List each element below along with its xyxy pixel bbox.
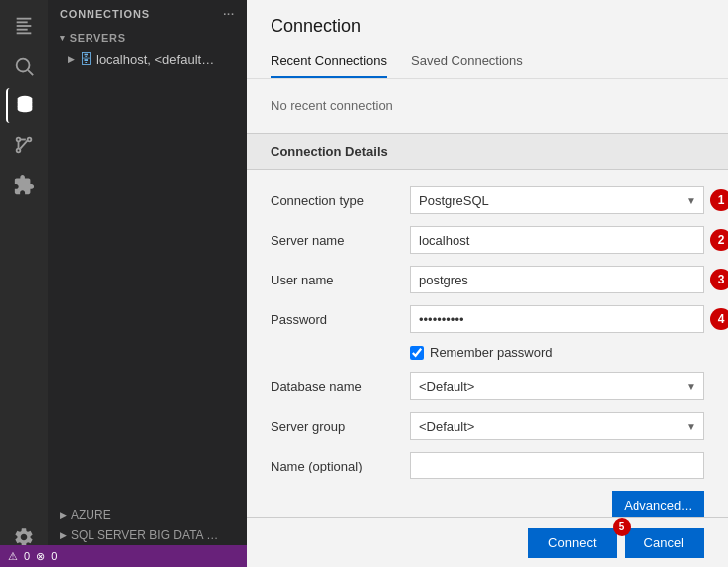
footer-bar: Connect 5 Cancel — [247, 517, 728, 567]
sidebar: CONNECTIONS ··· ▾ SERVERS ▶ 🗄 localhost,… — [48, 0, 247, 567]
svg-rect-4 — [17, 32, 32, 34]
name-optional-input[interactable] — [410, 452, 704, 479]
svg-point-8 — [17, 138, 21, 142]
database-icon[interactable] — [6, 88, 42, 123]
git-icon[interactable] — [6, 127, 42, 163]
cancel-button[interactable]: Cancel — [625, 528, 704, 558]
server-db-icon: 🗄 — [79, 51, 92, 67]
remember-password-checkbox[interactable] — [410, 346, 424, 360]
svg-rect-3 — [17, 29, 28, 31]
server-name-label: Server name — [271, 233, 410, 248]
connect-button[interactable]: Connect — [528, 528, 616, 558]
server-group-label: Server group — [271, 419, 410, 434]
user-name-row: User name 3 — [271, 266, 704, 293]
user-name-input[interactable] — [410, 266, 704, 293]
sidebar-header: CONNECTIONS ··· — [48, 0, 247, 28]
password-row: Password 4 — [271, 305, 704, 333]
connection-type-select[interactable]: PostgreSQL — [410, 186, 704, 214]
database-name-select[interactable]: <Default> — [410, 372, 704, 400]
azure-section[interactable]: ▶ AZURE — [48, 505, 247, 525]
password-label: Password — [271, 312, 410, 327]
server-group-select[interactable]: <Default> — [410, 412, 704, 440]
badge-2: 2 — [710, 229, 728, 251]
chevron-right-icon: ▶ — [68, 54, 75, 64]
svg-point-10 — [17, 149, 21, 153]
status-bar: ⚠ 0 ⊗ 0 — [48, 545, 247, 567]
svg-point-5 — [17, 59, 30, 72]
svg-point-9 — [28, 138, 32, 142]
server-name-row: Server name 2 — [271, 226, 704, 254]
server-name-input[interactable] — [410, 226, 704, 254]
badge-3: 3 — [710, 269, 728, 290]
advanced-button[interactable]: Advanced... — [612, 491, 704, 519]
main-content: Connection Recent Connections Saved Conn… — [247, 0, 728, 567]
tab-saved-connections[interactable]: Saved Connections — [411, 45, 523, 78]
chevron-right-icon-sql: ▶ — [60, 530, 67, 540]
sql-server-section[interactable]: ▶ SQL SERVER BIG DATA CLUS... — [48, 525, 247, 545]
connection-details-header: Connection Details — [247, 133, 728, 170]
connection-type-row: Connection type PostgreSQL ▼ 1 — [271, 186, 704, 214]
database-name-row: Database name <Default> ▼ — [271, 372, 704, 400]
badge-4: 4 — [710, 308, 728, 330]
name-optional-row: Name (optional) — [271, 452, 704, 479]
connection-details: Connection Details Connection type Postg… — [247, 133, 728, 567]
user-name-label: User name — [271, 273, 410, 287]
activity-bar — [0, 0, 48, 567]
servers-label: ▾ SERVERS — [48, 28, 247, 48]
actions-row: Advanced... — [271, 491, 704, 519]
badge-5: 5 — [613, 518, 631, 536]
remember-password-row: Remember password — [271, 345, 704, 360]
tab-recent-connections[interactable]: Recent Connections — [271, 45, 387, 78]
svg-rect-0 — [17, 18, 32, 20]
password-input[interactable] — [410, 305, 704, 333]
database-name-label: Database name — [271, 379, 410, 394]
connection-type-label: Connection type — [271, 193, 410, 208]
extensions-icon[interactable] — [6, 167, 42, 203]
svg-line-6 — [28, 70, 33, 75]
no-recent-text: No recent connection — [271, 94, 704, 117]
badge-1: 1 — [710, 189, 728, 211]
sidebar-title: CONNECTIONS — [60, 8, 150, 20]
remember-password-label: Remember password — [430, 345, 553, 360]
panel-title: Connection — [247, 0, 728, 45]
chevron-right-icon-azure: ▶ — [60, 510, 67, 520]
more-icon[interactable]: ··· — [223, 8, 235, 20]
form-area: Connection type PostgreSQL ▼ 1 Server na… — [247, 186, 728, 543]
chevron-down-icon[interactable]: ▾ — [60, 33, 66, 43]
error-count: 0 — [51, 550, 57, 562]
name-optional-label: Name (optional) — [271, 459, 410, 473]
explorer-icon[interactable] — [6, 8, 42, 44]
server-item[interactable]: ▶ 🗄 localhost, <default> ... — [48, 48, 247, 70]
tabs-bar: Recent Connections Saved Connections — [247, 45, 728, 79]
server-group-row: Server group <Default> ▼ — [271, 412, 704, 440]
svg-rect-1 — [17, 21, 28, 23]
tab-content-recent: No recent connection — [247, 79, 728, 133]
svg-rect-2 — [17, 25, 32, 27]
search-icon[interactable] — [6, 48, 42, 84]
